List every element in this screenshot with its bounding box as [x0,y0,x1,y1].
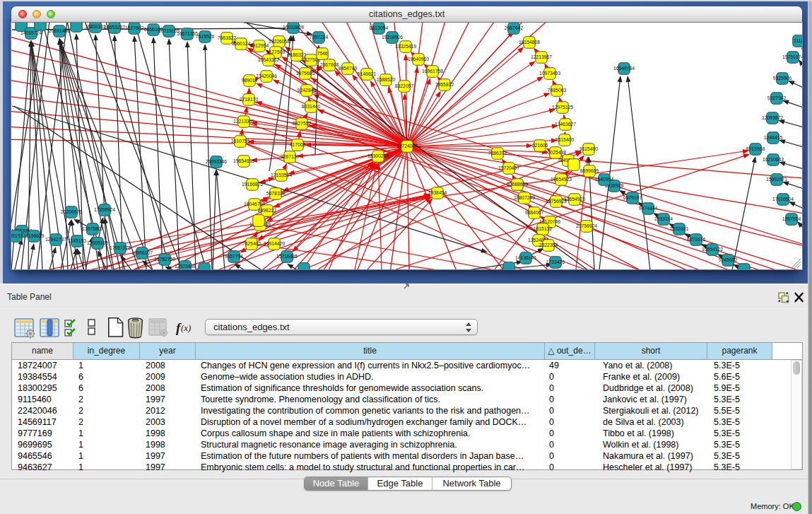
svg-text:2087642: 2087642 [505,25,524,30]
svg-text:12153594: 12153594 [271,173,292,177]
svg-text:15720407: 15720407 [498,165,519,170]
svg-text:9515400: 9515400 [555,137,575,142]
svg-text:9884067: 9884067 [525,210,544,215]
svg-text:8427552: 8427552 [293,121,312,126]
svg-text:8186323: 8186323 [288,52,307,57]
svg-text:13325419: 13325419 [395,44,416,49]
svg-text:16210643: 16210643 [763,157,784,162]
svg-text:12505185: 12505185 [87,240,108,245]
svg-text:5678334: 5678334 [266,191,286,196]
svg-text:8454749: 8454749 [339,66,358,71]
svg-text:17359924: 17359924 [94,207,115,212]
svg-text:9242845: 9242845 [298,88,317,93]
svg-text:7485063: 7485063 [548,88,567,93]
svg-text:18807249: 18807249 [514,195,535,200]
svg-text:18724007: 18724007 [396,144,418,148]
svg-text:1733426: 1733426 [546,259,565,264]
svg-text:13226058: 13226058 [269,39,290,44]
svg-text:1938454: 1938454 [428,190,447,195]
svg-text:16154808: 16154808 [519,40,540,45]
svg-text:10025438: 10025438 [545,150,566,155]
svg-text:7886372: 7886372 [488,151,507,156]
svg-text:(x): (x) [181,322,191,333]
svg-text:19166825: 19166825 [242,182,263,187]
svg-text:9115460: 9115460 [579,146,598,151]
svg-text:15751074: 15751074 [782,54,802,59]
svg-text:20691406: 20691406 [49,28,70,33]
svg-text:9227342: 9227342 [767,95,787,100]
svg-text:10688609: 10688609 [507,182,528,187]
svg-text:2933114: 2933114 [654,216,673,221]
svg-text:12213369: 12213369 [233,119,254,124]
svg-text:13975867: 13975867 [82,226,103,231]
svg-text:2367608: 2367608 [320,62,339,67]
svg-text:15716485: 15716485 [276,254,298,259]
svg-text:20206576: 20206576 [61,209,82,214]
svg-text:9457791: 9457791 [225,254,244,259]
svg-text:2718170: 2718170 [240,97,259,102]
svg-text:18300295: 18300295 [367,153,389,158]
svg-text:16961758: 16961758 [422,69,443,74]
svg-text:8699695: 8699695 [580,168,599,173]
svg-text:11156829: 11156829 [23,233,44,238]
svg-text:19654935: 19654935 [233,158,254,163]
svg-text:16671355: 16671355 [177,31,198,36]
svg-text:6679197: 6679197 [623,195,642,200]
svg-text:29053346: 29053346 [206,159,227,164]
svg-text:7515526: 7515526 [196,34,215,39]
svg-text:12942737: 12942737 [45,237,66,242]
svg-text:8031440: 8031440 [302,104,321,109]
svg-text:14055724: 14055724 [20,30,42,35]
svg-text:15692971: 15692971 [766,177,787,182]
svg-text:12213967: 12213967 [531,54,552,59]
svg-text:3875685: 3875685 [296,71,315,76]
svg-text:18640910: 18640910 [408,57,429,62]
svg-text:19218506: 19218506 [382,35,403,40]
svg-text:1527602: 1527602 [125,25,144,30]
svg-text:12975125: 12975125 [552,105,573,110]
svg-text:1640954: 1640954 [595,177,614,182]
svg-text:23420046: 23420046 [256,74,277,78]
svg-text:1145193: 1145193 [68,238,86,243]
svg-text:13463627: 13463627 [555,122,576,127]
svg-text:8660124: 8660124 [232,41,251,46]
svg-text:12923448: 12923448 [175,264,196,269]
svg-text:7546: 7546 [317,51,327,56]
svg-text:9329906: 9329906 [773,76,792,81]
svg-text:12093872: 12093872 [762,115,783,120]
svg-text:8498222: 8498222 [258,208,277,213]
svg-text:417008: 417008 [290,142,306,147]
svg-text:7625402: 7625402 [242,241,261,246]
svg-text:2522354: 2522354 [539,243,558,247]
svg-text:8322057: 8322057 [395,83,414,88]
svg-text:20756924: 20756924 [576,223,597,228]
svg-text:7663822: 7663822 [218,35,237,40]
svg-text:7955812: 7955812 [435,82,454,87]
svg-text:10973493: 10973493 [539,71,560,76]
svg-text:8813054: 8813054 [370,25,389,30]
svg-text:16648784: 16648784 [613,66,635,71]
svg-text:19654923: 19654923 [551,177,572,182]
svg-text:8215958: 8215958 [746,146,765,151]
svg-text:17016504: 17016504 [772,197,794,201]
svg-text:621605: 621605 [532,143,548,148]
svg-text:13654923: 13654923 [564,197,585,201]
svg-text:8912954: 8912954 [250,43,269,48]
svg-text:18831191: 18831191 [85,24,106,29]
svg-text:1267534: 1267534 [782,216,801,221]
svg-text:16782759: 16782759 [154,257,175,262]
svg-text:1588520: 1588520 [377,77,396,82]
svg-text:9127509: 9127509 [266,49,286,54]
svg-text:9474444: 9474444 [639,206,658,211]
svg-text:7357224: 7357224 [310,35,329,40]
svg-text:39153: 39153 [11,233,23,238]
svg-text:10653287: 10653287 [104,25,125,30]
svg-text:17957275: 17957275 [110,245,131,250]
svg-text:10543362: 10543362 [258,57,279,62]
svg-text:16033809: 16033809 [283,25,304,30]
svg-text:10654122: 10654122 [702,247,723,252]
svg-text:8471676: 8471676 [687,237,706,242]
svg-text:989014: 989014 [242,78,258,83]
svg-text:1244415: 1244415 [764,135,783,140]
svg-text:9245652: 9245652 [719,257,738,262]
